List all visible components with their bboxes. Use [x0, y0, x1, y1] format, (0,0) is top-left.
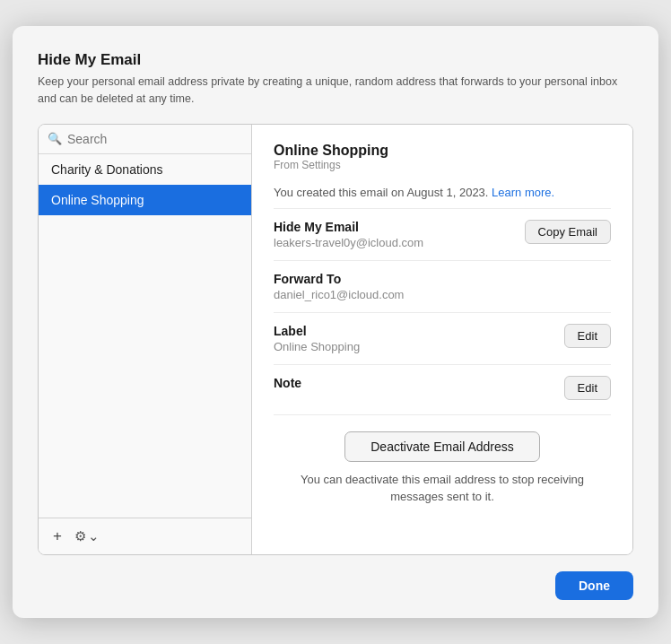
- gear-icon: ⚙: [74, 528, 86, 544]
- note-info: Note: [274, 376, 301, 390]
- hide-my-email-value: leakers-travel0y@icloud.com: [274, 236, 423, 249]
- chevron-down-icon: ⌄: [88, 528, 100, 544]
- search-input[interactable]: [67, 132, 242, 146]
- add-button[interactable]: +: [49, 526, 65, 547]
- sidebar: 🔍 Charity & Donations Online Shopping + …: [39, 125, 252, 555]
- note-edit-button[interactable]: Edit: [564, 376, 611, 400]
- main-content-area: 🔍 Charity & Donations Online Shopping + …: [38, 124, 633, 556]
- deactivate-button[interactable]: Deactivate Email Address: [344, 431, 540, 462]
- label-info: Label Online Shopping: [274, 324, 360, 353]
- dialog-header: Hide My Email Keep your personal email a…: [38, 51, 633, 108]
- detail-panel: Online Shopping From Settings You create…: [252, 125, 632, 555]
- detail-heading: Online Shopping: [274, 143, 611, 159]
- hide-my-email-label: Hide My Email: [274, 220, 423, 234]
- forward-to-info: Forward To daniel_rico1@icloud.com: [274, 272, 404, 301]
- hide-my-email-section: Hide My Email leakers-travel0y@icloud.co…: [274, 208, 611, 260]
- done-button[interactable]: Done: [555, 571, 633, 600]
- sidebar-item-charity[interactable]: Charity & Donations: [39, 154, 251, 185]
- forward-to-label: Forward To: [274, 272, 404, 286]
- label-edit-button[interactable]: Edit: [564, 324, 611, 348]
- forward-to-section: Forward To daniel_rico1@icloud.com: [274, 260, 611, 312]
- dialog-title: Hide My Email: [38, 51, 633, 69]
- note-section: Note Edit: [274, 364, 611, 411]
- created-line: You created this email on August 1, 2023…: [274, 180, 611, 208]
- copy-email-button[interactable]: Copy Email: [525, 220, 611, 244]
- label-label: Label: [274, 324, 360, 338]
- learn-more-link[interactable]: Learn more.: [492, 186, 554, 199]
- sidebar-list: Charity & Donations Online Shopping: [39, 154, 251, 518]
- search-box[interactable]: 🔍: [39, 125, 251, 154]
- hide-my-email-info: Hide My Email leakers-travel0y@icloud.co…: [274, 220, 423, 249]
- detail-subheading: From Settings: [274, 159, 611, 171]
- dialog-description: Keep your personal email address private…: [38, 74, 633, 108]
- dialog-footer: Done: [38, 555, 633, 600]
- search-icon: 🔍: [48, 132, 62, 145]
- hide-my-email-dialog: Hide My Email Keep your personal email a…: [13, 26, 658, 618]
- label-value: Online Shopping: [274, 340, 360, 353]
- forward-to-value: daniel_rico1@icloud.com: [274, 288, 404, 301]
- sidebar-item-online-shopping[interactable]: Online Shopping: [39, 185, 251, 215]
- created-text: You created this email on August 1, 2023…: [274, 186, 488, 199]
- label-section: Label Online Shopping Edit: [274, 312, 611, 364]
- note-label: Note: [274, 376, 301, 390]
- deactivate-section: Deactivate Email Address You can deactiv…: [274, 414, 611, 506]
- sidebar-footer: + ⚙ ⌄: [39, 518, 251, 554]
- gear-chevron-button[interactable]: ⚙ ⌄: [74, 528, 100, 544]
- deactivate-note: You can deactivate this email address to…: [290, 471, 595, 506]
